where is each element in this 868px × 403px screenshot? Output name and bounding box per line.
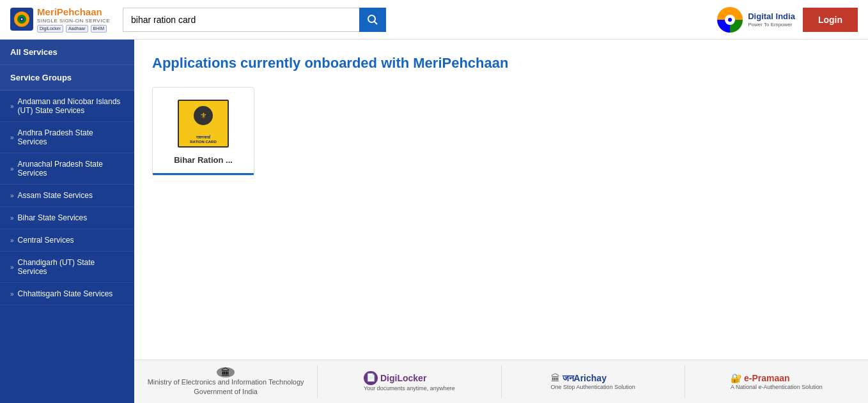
digital-india-logo: Digital India Power To Empower — [716, 6, 795, 34]
footer-ministry: 🏛 Ministry of Electronics and Informatio… — [134, 365, 318, 398]
search-area — [123, 8, 703, 32]
sidebar-item-label: Bihar State Services — [18, 213, 88, 222]
digilocker-brand: DigiLocker — [380, 372, 426, 384]
svg-point-4 — [368, 15, 375, 22]
digital-india-text: Digital India Power To Empower — [748, 11, 795, 27]
footer-janparichay: 🏛 जनArichay One Stop Authentication Solu… — [502, 365, 685, 398]
card-image: ⚜ राशन कार्ड RATION CARD — [178, 98, 229, 149]
janparichay-icon: 🏛 — [551, 372, 560, 384]
chevron-icon: » — [10, 264, 14, 271]
partner-digilocker: DigiLocker — [37, 25, 63, 33]
digilocker-icon: 📄 — [364, 371, 378, 385]
logo-subtitle: SINGLE SIGN-ON SERVICE — [37, 18, 110, 24]
epramaan-tagline: A National e-Authentication Solution — [731, 384, 823, 392]
sidebar-item-chandigarh[interactable]: » Chandigarh (UT) State Services — [0, 252, 134, 283]
logo-partners: DigiLocker Aadhaar BHIM — [37, 25, 110, 33]
logo-icon — [10, 8, 33, 31]
content-area: Applications currently onboarded with Me… — [134, 40, 868, 403]
sidebar-item-andaman[interactable]: » Andaman and Nicobar Islands (UT) State… — [0, 91, 134, 122]
partner-aadhaar: Aadhaar — [66, 25, 88, 33]
page-title-part2: MeriPehchaan — [413, 55, 508, 71]
sidebar-item-label: Arunachal Pradesh State Services — [18, 160, 124, 178]
sidebar-item-arunachal[interactable]: » Arunachal Pradesh State Services — [0, 153, 134, 185]
sidebar-item-chhattisgarh[interactable]: » Chhattisgarh State Services — [0, 283, 134, 305]
footer-janparichay-text: 🏛 जनArichay One Stop Authentication Solu… — [551, 372, 635, 392]
partner-bhim: BHIM — [91, 25, 107, 33]
footer-digilocker-text: 📄 DigiLocker Your documents anytime, any… — [364, 371, 455, 393]
card-underline — [153, 173, 254, 175]
chevron-icon: » — [10, 237, 14, 244]
card-label: Bihar Ration ... — [174, 155, 233, 165]
rc-text: राशन कार्ड RATION CARD — [190, 135, 217, 144]
service-card-bihar-ration[interactable]: ⚜ राशन कार्ड RATION CARD Bihar Ration ..… — [152, 87, 254, 176]
footer: 🏛 Ministry of Electronics and Informatio… — [134, 360, 868, 403]
sidebar-item-central[interactable]: » Central Services — [0, 229, 134, 252]
chevron-icon: » — [10, 291, 14, 298]
digilocker-tagline: Your documents anytime, anywhere — [364, 385, 455, 393]
chevron-icon: » — [10, 103, 14, 110]
epramaan-brand: e-Pramaan — [744, 372, 790, 384]
digital-india-emblem — [716, 6, 744, 34]
logo-title: MeriPehchaan — [37, 6, 110, 18]
header-right: Digital India Power To Empower Login — [716, 6, 858, 34]
digital-india-tagline: Power To Empower — [748, 22, 795, 28]
footer-epramaan: 🔐 e-Pramaan A National e-Authentication … — [685, 365, 868, 398]
sidebar-item-label: Assam State Services — [18, 191, 93, 200]
sidebar-service-groups[interactable]: Service Groups — [0, 65, 134, 91]
logo-area: MeriPehchaan SINGLE SIGN-ON SERVICE Digi… — [10, 6, 110, 33]
digital-india-brand: Digital India — [748, 11, 795, 22]
emblem: ⚜ — [194, 106, 213, 125]
login-button[interactable]: Login — [803, 8, 858, 32]
page-title: Applications currently onboarded with Me… — [152, 55, 850, 72]
sidebar-item-label: Chhattisgarh State Services — [18, 289, 113, 298]
janparichay-brand: जनArichay — [562, 372, 607, 384]
sidebar-item-assam[interactable]: » Assam State Services — [0, 185, 134, 207]
main-layout: All Services Service Groups » Andaman an… — [0, 40, 868, 403]
search-input[interactable] — [123, 8, 359, 32]
page-title-part1: Applications currently onboarded with — [152, 55, 413, 71]
chevron-icon: » — [10, 192, 14, 199]
content-main: Applications currently onboarded with Me… — [134, 40, 868, 360]
logo-text-block: MeriPehchaan SINGLE SIGN-ON SERVICE Digi… — [37, 6, 110, 33]
epramaan-icon: 🔐 — [731, 372, 741, 384]
sidebar-all-services[interactable]: All Services — [0, 40, 134, 65]
ministry-emblem-icon: 🏛 — [217, 367, 235, 377]
search-icon — [367, 14, 378, 26]
janparichay-tagline: One Stop Authentication Solution — [551, 384, 635, 392]
footer-epramaan-text: 🔐 e-Pramaan A National e-Authentication … — [731, 372, 823, 392]
card-grid: ⚜ राशन कार्ड RATION CARD Bihar Ration ..… — [152, 87, 850, 176]
sidebar-item-label: Andhra Pradesh State Services — [18, 128, 124, 146]
footer-digilocker: 📄 DigiLocker Your documents anytime, any… — [318, 365, 501, 398]
sidebar-item-bihar[interactable]: » Bihar State Services — [0, 207, 134, 229]
svg-point-3 — [21, 19, 23, 20]
ration-card-image: ⚜ राशन कार्ड RATION CARD — [178, 100, 229, 148]
chevron-icon: » — [10, 215, 14, 222]
chevron-icon: » — [10, 165, 14, 172]
sidebar-item-label: Central Services — [18, 236, 74, 245]
search-button[interactable] — [359, 8, 386, 32]
svg-line-5 — [375, 21, 378, 24]
sidebar: All Services Service Groups » Andaman an… — [0, 40, 134, 403]
svg-point-8 — [728, 18, 732, 22]
footer-ministry-text: Ministry of Electronics and Information … — [148, 377, 304, 396]
sidebar-item-andhra[interactable]: » Andhra Pradesh State Services — [0, 122, 134, 153]
sidebar-item-label: Chandigarh (UT) State Services — [18, 258, 124, 276]
sidebar-item-label: Andaman and Nicobar Islands (UT) State S… — [18, 97, 124, 115]
chevron-icon: » — [10, 134, 14, 141]
header: MeriPehchaan SINGLE SIGN-ON SERVICE Digi… — [0, 0, 868, 40]
